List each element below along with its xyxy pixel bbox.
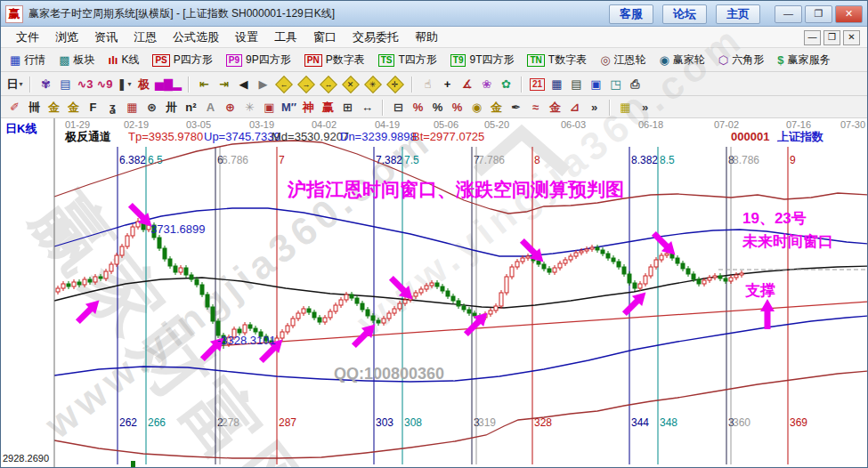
period-selector-button[interactable]: 日▾: [6, 76, 23, 93]
main-toolbar: ▦行情▩板块ılıK线PSP四方形P99P四方形PNP数字表TST四方形T99T…: [1, 48, 867, 72]
step-forward-button[interactable]: ▶: [255, 76, 272, 93]
flower-tool-button[interactable]: ❀: [478, 76, 495, 93]
golden-red-bars-button[interactable]: 金: [547, 99, 564, 117]
chart-area[interactable]: 赢家财富网www.yingjia360.comwww.yingjia360.co…: [1, 118, 868, 468]
quotes-button[interactable]: ▦行情: [6, 52, 49, 69]
diamond-star-button[interactable]: ✳: [364, 76, 382, 93]
leaf-tool-button[interactable]: ✿: [498, 76, 515, 93]
width-arrows-button[interactable]: ↔: [359, 99, 376, 117]
hexagon-button[interactable]: ⬡六角形: [715, 52, 767, 69]
golden-ticks-1-button[interactable]: 金: [45, 99, 62, 117]
titlebar-button-forum[interactable]: 论坛: [662, 4, 707, 24]
menu-window[interactable]: 窗口: [305, 28, 345, 47]
menu-news[interactable]: 资讯: [86, 28, 126, 47]
diamond-left-button[interactable]: ←: [275, 76, 293, 93]
tick-ruler-button[interactable]: 卅: [163, 99, 180, 117]
restore-button[interactable]: ❐: [805, 5, 832, 23]
t-square-button[interactable]: TST四方形: [375, 52, 441, 69]
ying-tool-button[interactable]: 赢: [320, 99, 337, 117]
menu-browse[interactable]: 浏览: [47, 28, 86, 47]
drawing-toolbar: ✐卌金金Fʓ▦⊛卅n²A⊕✳▣M″神赢⊞↔⊟%%%◉金✒≈金⊿»▦»: [1, 96, 867, 118]
bottom-price-label: 2928.2690: [3, 453, 49, 464]
knife-dot-button[interactable]: ✒: [507, 99, 524, 117]
menu-formula-stock-pick[interactable]: 公式选股: [165, 28, 227, 47]
p-number-table-button[interactable]: PNP数字表: [301, 52, 369, 69]
percent-underline-button[interactable]: %: [449, 99, 466, 117]
t-number-table-button[interactable]: TNT数字表: [523, 52, 590, 69]
cycle-circle-button[interactable]: ⊛: [143, 99, 160, 117]
angle-tool-button[interactable]: ∡: [458, 76, 475, 93]
gann-ticks-button[interactable]: 卌: [26, 99, 43, 117]
double-wave-button[interactable]: ≈: [527, 99, 544, 117]
percent-wave-button[interactable]: %: [410, 99, 426, 117]
9p-square-button[interactable]: P99P四方形: [223, 52, 295, 69]
child-restore-button[interactable]: ❐: [823, 30, 840, 45]
pattern-tool-button[interactable]: ✾: [37, 76, 54, 93]
diamond-cross-button[interactable]: ✕: [342, 76, 360, 93]
titlebar-button-support[interactable]: 客服: [609, 4, 653, 24]
golden-bars-button[interactable]: 金: [488, 99, 505, 117]
wave-3-button[interactable]: ∿3: [77, 76, 93, 93]
percent-plain-button[interactable]: %: [429, 99, 446, 117]
save-tool-button[interactable]: ▣: [588, 76, 604, 93]
close-button[interactable]: ✕: [835, 5, 863, 23]
candle-style-button[interactable]: ❚▾: [116, 76, 133, 93]
titlebar-button-home[interactable]: 主页: [716, 4, 760, 24]
notepad-tool-button[interactable]: ▤: [568, 76, 585, 93]
print-tool-button[interactable]: ⎙: [627, 76, 644, 93]
price-plot[interactable]: 6.3822626.5266626.78627872877.3823037.53…: [1, 118, 868, 468]
menu-gann[interactable]: 江恩: [126, 28, 165, 47]
9t-square-button[interactable]: T99T四方形: [447, 52, 518, 69]
profile-chart-button[interactable]: ▅▇▂: [155, 76, 182, 93]
diamond-plus-icon: ✛: [392, 80, 399, 88]
minimize-button[interactable]: —: [775, 5, 802, 23]
calculator-tool-button[interactable]: ▦: [548, 76, 565, 93]
red-box-grid-button[interactable]: ▣: [261, 99, 278, 117]
extreme-channel-button[interactable]: 极: [135, 76, 152, 93]
m-marks-button[interactable]: M″: [280, 99, 297, 117]
child-minimize-button[interactable]: —: [804, 30, 821, 45]
winner-service-button[interactable]: $赢家服务: [774, 52, 833, 69]
golden-circle-button[interactable]: ◉: [468, 99, 485, 117]
gray-star-button[interactable]: ✳: [241, 99, 258, 117]
9p-square-label: 9P四方形: [246, 52, 291, 68]
n2-ruler-button[interactable]: n²: [183, 99, 199, 117]
j-angle-button[interactable]: ⊿: [566, 99, 583, 117]
crosshair-tool-button[interactable]: +: [439, 76, 456, 93]
diamond-plus-button[interactable]: ✛: [386, 76, 404, 93]
child-close-button[interactable]: ✕: [843, 30, 860, 45]
diamond-horizontal-button[interactable]: ↔: [320, 76, 337, 93]
menu-file[interactable]: 文件: [8, 28, 47, 47]
winner-wheel-button[interactable]: ◉赢家轮: [656, 52, 709, 69]
menu-tools[interactable]: 工具: [266, 28, 305, 47]
goto-first-button[interactable]: ⇤: [196, 76, 213, 93]
menu-settings[interactable]: 设置: [227, 28, 266, 47]
f-ruler-button[interactable]: F: [85, 99, 101, 117]
menu-trade-order[interactable]: 交易委托: [345, 28, 407, 47]
kline-button[interactable]: ılıK线: [105, 52, 143, 69]
spiral-tool-button[interactable]: ʓ: [104, 99, 121, 117]
diamond-right-button[interactable]: →: [297, 76, 315, 93]
sync-tool-button[interactable]: ◳: [607, 76, 624, 93]
goto-last-button[interactable]: ⇥: [215, 76, 232, 93]
slant-a-button[interactable]: A: [202, 99, 219, 117]
scale-percent-button[interactable]: ⊟: [390, 99, 407, 117]
hand-tool-button[interactable]: ☝: [419, 76, 436, 93]
grid-123-button[interactable]: ⊞: [339, 99, 356, 117]
gann-wheel-button[interactable]: ◎江恩轮: [596, 52, 649, 69]
more-tools-1-button[interactable]: »: [586, 99, 603, 117]
brush-tool-button[interactable]: ✐: [6, 99, 23, 117]
shen-tool-button[interactable]: 神: [300, 99, 317, 117]
red-grid-pen-button[interactable]: ▦: [124, 99, 141, 117]
golden-ticks-2-button[interactable]: 金: [65, 99, 82, 117]
calendar-tool-button[interactable]: 21: [529, 76, 546, 93]
yellow-grid-button[interactable]: ▦: [617, 99, 634, 117]
more-tools-2-button[interactable]: »: [637, 99, 653, 117]
step-back-button[interactable]: ◀: [235, 76, 252, 93]
target-cross-button[interactable]: ⊕: [222, 99, 239, 117]
wave-9-button[interactable]: ∿9: [96, 76, 113, 93]
menu-help[interactable]: 帮助: [407, 28, 446, 47]
p-square-button[interactable]: PSP四方形: [149, 52, 215, 69]
sectors-button[interactable]: ▩板块: [55, 52, 98, 69]
info-panel-button[interactable]: ▤: [57, 76, 74, 93]
